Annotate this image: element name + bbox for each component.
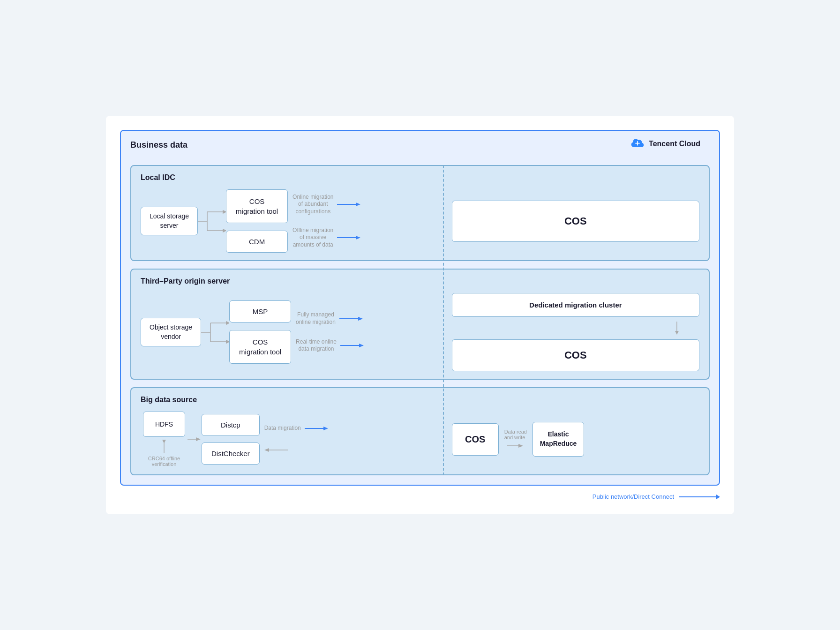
arrow-hdfs-distcp [188, 435, 202, 443]
section-third-party: Third–Party origin server Object storage… [130, 269, 710, 380]
section-big-data-title: Big data source [141, 396, 699, 404]
section-local-idc: Local IDC Local storage server [130, 165, 710, 261]
svg-marker-13 [358, 317, 363, 321]
arrow-s3-top [305, 425, 328, 432]
local-storage-server-box: Local storage server [141, 207, 198, 235]
arrow-s2-top [339, 315, 363, 322]
arrow-cluster-to-cos [673, 322, 681, 335]
object-storage-vendor-box: Object storage vendor [141, 318, 201, 346]
bottom-note-text: Public network/Direct Connect [592, 493, 674, 500]
arrow-s1-bottom [337, 234, 360, 241]
outer-title: Business data [130, 140, 188, 150]
section-big-data: Big data source HDFS CRC64 offline v [130, 387, 710, 475]
cos-box-s1: COS [452, 201, 699, 242]
cos-box-s2: COS [452, 339, 699, 371]
crc64-label: CRC64 offline verification [141, 456, 188, 467]
svg-marker-25 [264, 448, 269, 452]
section-local-idc-title: Local IDC [141, 173, 699, 182]
arrow-crc64-up [160, 440, 168, 453]
cos-migration-tool-box-s2: COS migration tool [229, 330, 291, 364]
svg-marker-27 [518, 444, 523, 448]
fork-connector-s2 [201, 314, 229, 351]
dedicated-migration-cluster-box: Dedicated migration cluster [452, 293, 699, 317]
arrow-cos-emr [507, 442, 524, 450]
s1-label-offline: Offline migrationof massiveamounts of da… [292, 227, 333, 249]
s2-label-fully: Fully managedonline migration [296, 311, 336, 326]
cos-box-s3: COS [452, 423, 499, 456]
bottom-note-arrow [679, 495, 720, 499]
msp-box: MSP [229, 300, 291, 322]
arrow-s1-top [337, 201, 360, 208]
fork-connector-s1 [198, 202, 226, 240]
svg-marker-17 [675, 331, 679, 335]
svg-marker-15 [359, 344, 364, 347]
hdfs-box: HDFS [143, 412, 185, 437]
svg-marker-5 [356, 202, 360, 206]
bottom-note: Public network/Direct Connect [120, 493, 720, 500]
svg-marker-21 [196, 437, 201, 441]
svg-marker-7 [356, 236, 360, 240]
cdm-box: CDM [226, 231, 288, 253]
cos-migration-tool-box-s1: COS migration tool [226, 189, 288, 223]
tencent-cloud-text: Tencent Cloud [649, 140, 700, 148]
svg-marker-23 [323, 427, 328, 430]
s1-label-online: Online migrationof abundantconfiguration… [292, 194, 333, 216]
s3-label-data-migration: Data migration [264, 425, 301, 432]
arrow-s2-bottom [340, 342, 364, 349]
s2-label-realtime: Real-time onlinedata migration [296, 338, 337, 353]
elastic-mapreduce-box: Elastic MapReduce [532, 422, 584, 456]
section-third-party-title: Third–Party origin server [141, 277, 699, 285]
tencent-cloud-label: Tencent Cloud [630, 138, 700, 150]
distcp-box: Distcp [202, 414, 260, 436]
tencent-cloud-icon [630, 138, 645, 150]
outer-container: Business data Tencent Cloud Local IDC [120, 130, 720, 486]
data-read-write-label: Data readand write [504, 429, 527, 440]
arrow-s3-back [264, 446, 288, 454]
diagram-wrapper: Business data Tencent Cloud Local IDC [106, 116, 734, 514]
distchecker-box: DistChecker [202, 442, 260, 465]
